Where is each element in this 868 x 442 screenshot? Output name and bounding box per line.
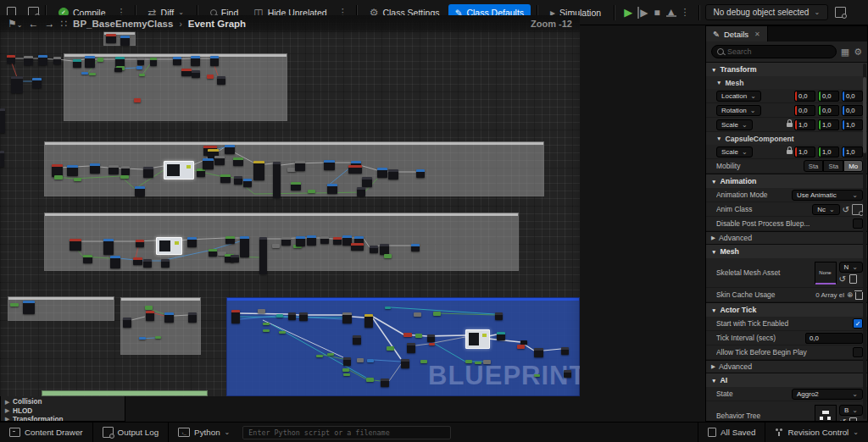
axis-mode-dropdown[interactable]: Rotation⌄ bbox=[716, 105, 761, 116]
graph-node[interactable] bbox=[416, 169, 425, 178]
axis-input-g[interactable]: 0,0 bbox=[818, 105, 839, 116]
graph-node[interactable] bbox=[120, 36, 130, 46]
graph-node[interactable] bbox=[7, 55, 15, 64]
number-input[interactable]: 0,0 bbox=[805, 333, 863, 344]
debug-object-dropdown[interactable]: No debug object selected⌄ bbox=[705, 4, 829, 20]
graph-node[interactable] bbox=[401, 359, 409, 368]
graph-node[interactable] bbox=[320, 236, 329, 244]
graph-node[interactable] bbox=[367, 359, 374, 362]
python-dropdown[interactable]: ›_ Python⌄ bbox=[169, 423, 239, 442]
variable-category[interactable]: ▶Transformation bbox=[1, 415, 125, 422]
revision-control-dropdown[interactable]: Revision Control⌄ bbox=[765, 423, 868, 442]
graph-node[interactable] bbox=[188, 312, 197, 323]
graph-node[interactable] bbox=[299, 312, 308, 321]
graph-node[interactable] bbox=[377, 168, 387, 178]
axis-input-g[interactable]: 0,0 bbox=[818, 91, 839, 102]
graph-node[interactable] bbox=[561, 347, 569, 355]
details-scrollbar-handle[interactable] bbox=[863, 77, 866, 153]
graph-node[interactable] bbox=[483, 360, 491, 364]
graph-node[interactable] bbox=[279, 331, 286, 334]
checkbox[interactable] bbox=[853, 218, 863, 229]
graph-node[interactable] bbox=[103, 239, 114, 255]
graph-node[interactable] bbox=[164, 161, 194, 180]
graph-node[interactable] bbox=[197, 169, 205, 177]
browse-icon[interactable] bbox=[852, 204, 863, 215]
graph-node[interactable] bbox=[173, 57, 181, 65]
graph-node[interactable] bbox=[316, 355, 323, 357]
graph-node[interactable] bbox=[135, 186, 145, 196]
graph-node[interactable] bbox=[136, 240, 144, 247]
graph-node[interactable] bbox=[217, 76, 225, 85]
breadcrumb-current[interactable]: Event Graph bbox=[188, 19, 246, 29]
graph-node[interactable] bbox=[89, 73, 96, 75]
graph-node[interactable] bbox=[187, 237, 197, 247]
use-selected-icon[interactable]: ↺ bbox=[843, 205, 849, 214]
value-dropdown[interactable]: Use Animatic⌄ bbox=[792, 190, 863, 201]
graph-node[interactable] bbox=[54, 175, 63, 180]
output-log-button[interactable]: Output Log bbox=[93, 423, 169, 442]
graph-node[interactable] bbox=[362, 177, 372, 187]
graph-node[interactable] bbox=[324, 160, 335, 170]
variable-category[interactable]: ▶HLOD bbox=[1, 406, 125, 415]
graph-node[interactable] bbox=[276, 314, 283, 318]
all-saved-button[interactable]: All Saved bbox=[698, 423, 765, 442]
graph-node[interactable] bbox=[155, 336, 161, 339]
graph-node[interactable] bbox=[11, 76, 23, 93]
back-button[interactable]: ← bbox=[28, 18, 38, 30]
graph-node[interactable] bbox=[388, 169, 398, 180]
graph-node[interactable] bbox=[136, 66, 142, 69]
graph-node[interactable] bbox=[384, 254, 392, 258]
graph-node[interactable] bbox=[110, 256, 120, 268]
graph-node[interactable] bbox=[23, 301, 35, 314]
graph-node[interactable] bbox=[220, 174, 231, 183]
graph-node[interactable] bbox=[0, 151, 4, 167]
graph-node[interactable] bbox=[475, 362, 481, 364]
graph-node[interactable] bbox=[24, 56, 33, 65]
display-filter-icon[interactable]: ▦ bbox=[841, 47, 849, 58]
graph-node[interactable] bbox=[343, 373, 350, 376]
graph-node[interactable] bbox=[139, 337, 146, 340]
graph-node[interactable] bbox=[67, 165, 78, 176]
graph-node[interactable] bbox=[364, 314, 373, 328]
graph-node[interactable] bbox=[106, 34, 116, 43]
graph-node[interactable] bbox=[564, 370, 571, 378]
axis-input-r[interactable]: 1,0 bbox=[794, 119, 815, 130]
graph-node[interactable] bbox=[327, 184, 337, 194]
graph-node[interactable] bbox=[366, 378, 374, 382]
value-dropdown[interactable]: Aggro2⌄ bbox=[792, 389, 863, 400]
graph-node[interactable] bbox=[517, 345, 525, 349]
close-icon[interactable]: ✕ bbox=[754, 30, 760, 38]
graph-node[interactable] bbox=[387, 346, 394, 351]
graph-node[interactable] bbox=[343, 357, 351, 366]
graph-node[interactable] bbox=[233, 157, 243, 166]
eject-button[interactable]: ▲ bbox=[666, 8, 676, 17]
graph-node[interactable] bbox=[143, 167, 153, 178]
axis-input-r[interactable]: 0,0 bbox=[794, 91, 815, 102]
graph-node[interactable] bbox=[333, 237, 342, 245]
asset-thumbnail[interactable] bbox=[815, 405, 837, 422]
mobility-segmented-control[interactable]: StaStaMo bbox=[804, 160, 863, 172]
graph-node[interactable] bbox=[225, 236, 235, 244]
graph-node[interactable] bbox=[53, 57, 61, 64]
graph-node[interactable] bbox=[381, 378, 389, 387]
graph-node[interactable] bbox=[70, 239, 81, 251]
graph-node[interactable] bbox=[231, 255, 239, 262]
graph-node[interactable] bbox=[240, 236, 249, 257]
axis-input-b[interactable]: 1,0 bbox=[842, 119, 863, 130]
axis-input-b[interactable]: 0,0 bbox=[842, 91, 863, 102]
graph-node[interactable] bbox=[342, 368, 349, 372]
graph-node[interactable] bbox=[263, 329, 270, 332]
graph-node[interactable] bbox=[351, 243, 364, 251]
graph-node[interactable] bbox=[307, 235, 316, 246]
content-drawer-button[interactable]: Content Drawer bbox=[0, 423, 93, 442]
details-section-mesh[interactable]: ▼Mesh bbox=[706, 244, 867, 258]
details-subsection-mesh[interactable]: ▼Mesh bbox=[706, 76, 867, 89]
graph-node[interactable] bbox=[73, 59, 81, 68]
graph-node[interactable] bbox=[121, 166, 130, 175]
asset-dropdown[interactable]: B⌄ bbox=[839, 405, 863, 416]
lock-icon[interactable] bbox=[787, 150, 793, 154]
graph-node[interactable] bbox=[348, 165, 362, 174]
graph-node[interactable] bbox=[143, 259, 152, 268]
details-section-animation[interactable]: ▼Animation bbox=[706, 174, 867, 188]
play-button[interactable]: ▶ bbox=[624, 6, 632, 19]
